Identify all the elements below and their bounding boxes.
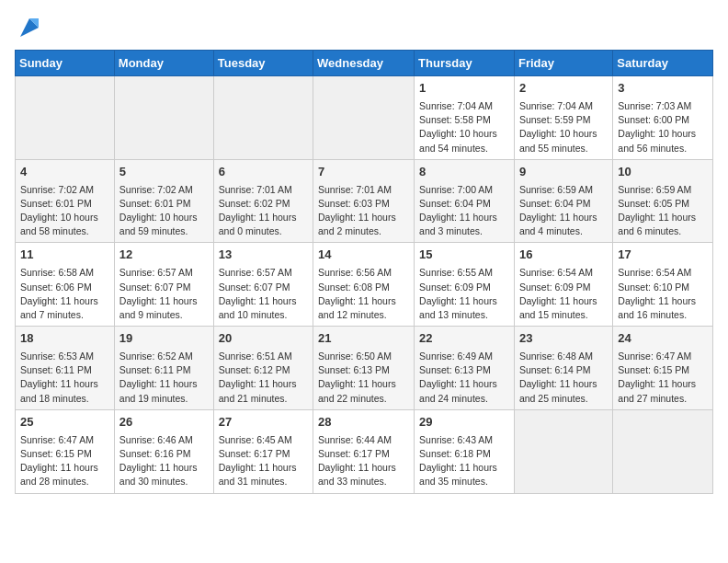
day-number: 10 [618,164,708,181]
calendar-cell [514,409,612,493]
calendar-cell: 8Sunrise: 7:00 AM Sunset: 6:04 PM Daylig… [415,159,515,243]
day-number: 25 [20,414,109,431]
day-number: 14 [318,247,409,264]
calendar-cell: 4Sunrise: 7:02 AM Sunset: 6:01 PM Daylig… [16,159,115,243]
day-number: 13 [219,247,308,264]
day-info: Sunrise: 6:56 AM Sunset: 6:08 PM Dayligh… [318,266,409,322]
day-info: Sunrise: 6:47 AM Sunset: 6:15 PM Dayligh… [20,433,109,489]
day-number: 28 [318,414,409,431]
logo-icon [17,15,42,40]
day-number: 22 [419,330,509,348]
calendar-cell: 18Sunrise: 6:53 AM Sunset: 6:11 PM Dayli… [16,327,115,410]
day-number: 15 [419,247,509,264]
day-info: Sunrise: 7:02 AM Sunset: 6:01 PM Dayligh… [20,183,109,239]
calendar-cell: 6Sunrise: 7:01 AM Sunset: 6:02 PM Daylig… [213,159,313,243]
day-info: Sunrise: 6:57 AM Sunset: 6:07 PM Dayligh… [119,266,209,322]
day-info: Sunrise: 6:55 AM Sunset: 6:09 PM Dayligh… [419,266,509,322]
week-row-3: 11Sunrise: 6:58 AM Sunset: 6:06 PM Dayli… [16,243,713,327]
calendar-cell: 7Sunrise: 7:01 AM Sunset: 6:03 PM Daylig… [313,159,415,243]
calendar-cell: 20Sunrise: 6:51 AM Sunset: 6:12 PM Dayli… [213,327,313,410]
day-info: Sunrise: 7:04 AM Sunset: 5:58 PM Dayligh… [419,99,509,155]
calendar-cell: 21Sunrise: 6:50 AM Sunset: 6:13 PM Dayli… [313,327,415,410]
calendar-header-row: SundayMondayTuesdayWednesdayThursdayFrid… [16,51,713,76]
header-friday: Friday [514,51,612,76]
day-number: 18 [20,330,109,348]
calendar-table: SundayMondayTuesdayWednesdayThursdayFrid… [15,50,713,494]
calendar-cell: 2Sunrise: 7:04 AM Sunset: 5:59 PM Daylig… [514,76,612,160]
day-info: Sunrise: 6:46 AM Sunset: 6:16 PM Dayligh… [119,433,209,489]
day-info: Sunrise: 6:47 AM Sunset: 6:15 PM Dayligh… [618,350,708,406]
day-number: 23 [519,330,608,348]
day-number: 24 [618,330,708,348]
calendar-cell: 27Sunrise: 6:45 AM Sunset: 6:17 PM Dayli… [213,409,313,493]
header-sunday: Sunday [16,51,115,76]
calendar-cell [114,76,213,160]
calendar-cell: 10Sunrise: 6:59 AM Sunset: 6:05 PM Dayli… [613,159,713,243]
day-info: Sunrise: 6:43 AM Sunset: 6:18 PM Dayligh… [419,433,509,489]
day-number: 19 [119,330,209,348]
day-number: 26 [119,414,209,431]
day-info: Sunrise: 7:00 AM Sunset: 6:04 PM Dayligh… [419,183,509,239]
day-info: Sunrise: 6:53 AM Sunset: 6:11 PM Dayligh… [20,350,109,406]
day-number: 17 [618,247,708,264]
day-number: 11 [20,247,109,264]
day-number: 7 [318,164,409,181]
day-number: 8 [419,164,509,181]
calendar-cell: 17Sunrise: 6:54 AM Sunset: 6:10 PM Dayli… [613,243,713,327]
calendar-cell: 5Sunrise: 7:02 AM Sunset: 6:01 PM Daylig… [114,159,213,243]
day-info: Sunrise: 6:59 AM Sunset: 6:04 PM Dayligh… [519,183,608,239]
day-number: 21 [318,330,409,348]
day-number: 1 [419,80,509,98]
page-header [15,15,713,40]
calendar-cell: 16Sunrise: 6:54 AM Sunset: 6:09 PM Dayli… [514,243,612,327]
week-row-4: 18Sunrise: 6:53 AM Sunset: 6:11 PM Dayli… [16,327,713,410]
calendar-cell [313,76,415,160]
day-number: 20 [219,330,308,348]
calendar-cell: 22Sunrise: 6:49 AM Sunset: 6:13 PM Dayli… [415,327,515,410]
day-number: 3 [618,80,708,98]
day-info: Sunrise: 7:01 AM Sunset: 6:02 PM Dayligh… [219,183,308,239]
day-info: Sunrise: 7:04 AM Sunset: 5:59 PM Dayligh… [519,99,608,155]
calendar-cell: 23Sunrise: 6:48 AM Sunset: 6:14 PM Dayli… [514,327,612,410]
calendar-cell: 19Sunrise: 6:52 AM Sunset: 6:11 PM Dayli… [114,327,213,410]
header-tuesday: Tuesday [213,51,313,76]
day-number: 6 [219,164,308,181]
header-saturday: Saturday [613,51,713,76]
header-thursday: Thursday [415,51,515,76]
day-info: Sunrise: 6:45 AM Sunset: 6:17 PM Dayligh… [219,433,308,489]
calendar-cell [16,76,115,160]
day-info: Sunrise: 6:58 AM Sunset: 6:06 PM Dayligh… [20,266,109,322]
calendar-cell: 1Sunrise: 7:04 AM Sunset: 5:58 PM Daylig… [415,76,515,160]
calendar-cell: 13Sunrise: 6:57 AM Sunset: 6:07 PM Dayli… [213,243,313,327]
day-info: Sunrise: 6:49 AM Sunset: 6:13 PM Dayligh… [419,350,509,406]
week-row-1: 1Sunrise: 7:04 AM Sunset: 5:58 PM Daylig… [16,76,713,160]
day-info: Sunrise: 7:03 AM Sunset: 6:00 PM Dayligh… [618,99,708,155]
header-wednesday: Wednesday [313,51,415,76]
calendar-cell [213,76,313,160]
day-info: Sunrise: 6:59 AM Sunset: 6:05 PM Dayligh… [618,183,708,239]
calendar-cell: 29Sunrise: 6:43 AM Sunset: 6:18 PM Dayli… [415,409,515,493]
day-number: 4 [20,164,109,181]
day-info: Sunrise: 6:51 AM Sunset: 6:12 PM Dayligh… [219,350,308,406]
day-number: 29 [419,414,509,431]
calendar-cell: 12Sunrise: 6:57 AM Sunset: 6:07 PM Dayli… [114,243,213,327]
calendar-cell: 24Sunrise: 6:47 AM Sunset: 6:15 PM Dayli… [613,327,713,410]
calendar-cell: 15Sunrise: 6:55 AM Sunset: 6:09 PM Dayli… [415,243,515,327]
calendar-cell: 25Sunrise: 6:47 AM Sunset: 6:15 PM Dayli… [16,409,115,493]
day-info: Sunrise: 6:52 AM Sunset: 6:11 PM Dayligh… [119,350,209,406]
calendar-cell: 26Sunrise: 6:46 AM Sunset: 6:16 PM Dayli… [114,409,213,493]
calendar-cell [613,409,713,493]
calendar-cell: 14Sunrise: 6:56 AM Sunset: 6:08 PM Dayli… [313,243,415,327]
day-number: 2 [519,80,608,98]
logo [15,15,42,40]
header-monday: Monday [114,51,213,76]
day-number: 5 [119,164,209,181]
day-info: Sunrise: 6:54 AM Sunset: 6:09 PM Dayligh… [519,266,608,322]
day-info: Sunrise: 6:44 AM Sunset: 6:17 PM Dayligh… [318,433,409,489]
week-row-5: 25Sunrise: 6:47 AM Sunset: 6:15 PM Dayli… [16,409,713,493]
day-info: Sunrise: 6:50 AM Sunset: 6:13 PM Dayligh… [318,350,409,406]
day-info: Sunrise: 6:54 AM Sunset: 6:10 PM Dayligh… [618,266,708,322]
day-info: Sunrise: 6:48 AM Sunset: 6:14 PM Dayligh… [519,350,608,406]
week-row-2: 4Sunrise: 7:02 AM Sunset: 6:01 PM Daylig… [16,159,713,243]
day-number: 12 [119,247,209,264]
